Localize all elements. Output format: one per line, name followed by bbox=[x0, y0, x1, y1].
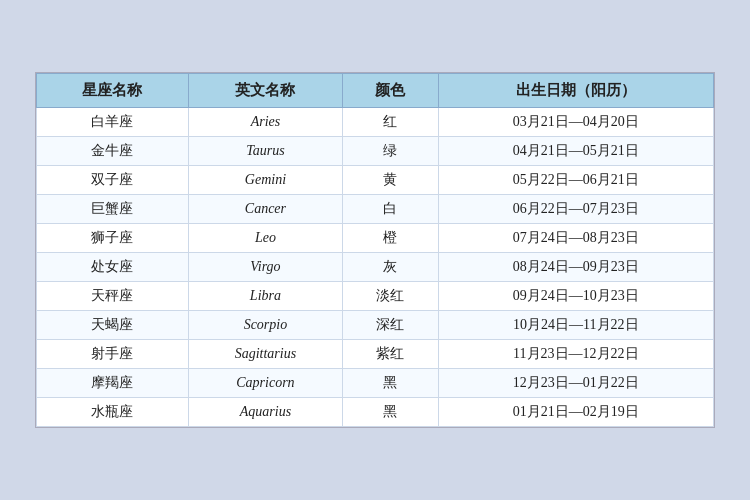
cell-chinese-name: 白羊座 bbox=[37, 108, 189, 137]
cell-date: 10月24日—11月22日 bbox=[438, 311, 713, 340]
cell-date: 06月22日—07月23日 bbox=[438, 195, 713, 224]
table-row: 白羊座Aries红03月21日—04月20日 bbox=[37, 108, 714, 137]
table-row: 狮子座Leo橙07月24日—08月23日 bbox=[37, 224, 714, 253]
cell-english-name: Gemini bbox=[188, 166, 342, 195]
cell-date: 04月21日—05月21日 bbox=[438, 137, 713, 166]
cell-color: 绿 bbox=[343, 137, 439, 166]
cell-color: 黑 bbox=[343, 398, 439, 427]
table-header-row: 星座名称 英文名称 颜色 出生日期（阳历） bbox=[37, 74, 714, 108]
cell-chinese-name: 巨蟹座 bbox=[37, 195, 189, 224]
cell-english-name: Sagittarius bbox=[188, 340, 342, 369]
cell-color: 白 bbox=[343, 195, 439, 224]
table-body: 白羊座Aries红03月21日—04月20日金牛座Taurus绿04月21日—0… bbox=[37, 108, 714, 427]
table-row: 射手座Sagittarius紫红11月23日—12月22日 bbox=[37, 340, 714, 369]
cell-chinese-name: 天秤座 bbox=[37, 282, 189, 311]
cell-english-name: Cancer bbox=[188, 195, 342, 224]
cell-english-name: Libra bbox=[188, 282, 342, 311]
cell-date: 11月23日—12月22日 bbox=[438, 340, 713, 369]
header-chinese-name: 星座名称 bbox=[37, 74, 189, 108]
table-row: 天秤座Libra淡红09月24日—10月23日 bbox=[37, 282, 714, 311]
cell-color: 淡红 bbox=[343, 282, 439, 311]
cell-chinese-name: 水瓶座 bbox=[37, 398, 189, 427]
cell-color: 灰 bbox=[343, 253, 439, 282]
cell-chinese-name: 处女座 bbox=[37, 253, 189, 282]
table-row: 水瓶座Aquarius黑01月21日—02月19日 bbox=[37, 398, 714, 427]
table-row: 巨蟹座Cancer白06月22日—07月23日 bbox=[37, 195, 714, 224]
cell-date: 07月24日—08月23日 bbox=[438, 224, 713, 253]
table-row: 天蝎座Scorpio深红10月24日—11月22日 bbox=[37, 311, 714, 340]
cell-english-name: Capricorn bbox=[188, 369, 342, 398]
cell-color: 黄 bbox=[343, 166, 439, 195]
cell-english-name: Aquarius bbox=[188, 398, 342, 427]
cell-date: 05月22日—06月21日 bbox=[438, 166, 713, 195]
cell-chinese-name: 射手座 bbox=[37, 340, 189, 369]
table-row: 摩羯座Capricorn黑12月23日—01月22日 bbox=[37, 369, 714, 398]
cell-english-name: Leo bbox=[188, 224, 342, 253]
cell-date: 01月21日—02月19日 bbox=[438, 398, 713, 427]
cell-english-name: Taurus bbox=[188, 137, 342, 166]
header-english-name: 英文名称 bbox=[188, 74, 342, 108]
cell-color: 红 bbox=[343, 108, 439, 137]
header-color: 颜色 bbox=[343, 74, 439, 108]
table-row: 双子座Gemini黄05月22日—06月21日 bbox=[37, 166, 714, 195]
cell-english-name: Aries bbox=[188, 108, 342, 137]
cell-date: 08月24日—09月23日 bbox=[438, 253, 713, 282]
cell-color: 深红 bbox=[343, 311, 439, 340]
table-row: 金牛座Taurus绿04月21日—05月21日 bbox=[37, 137, 714, 166]
cell-chinese-name: 天蝎座 bbox=[37, 311, 189, 340]
cell-color: 黑 bbox=[343, 369, 439, 398]
table-row: 处女座Virgo灰08月24日—09月23日 bbox=[37, 253, 714, 282]
zodiac-table-container: 星座名称 英文名称 颜色 出生日期（阳历） 白羊座Aries红03月21日—04… bbox=[35, 72, 715, 428]
cell-color: 紫红 bbox=[343, 340, 439, 369]
cell-english-name: Scorpio bbox=[188, 311, 342, 340]
cell-date: 03月21日—04月20日 bbox=[438, 108, 713, 137]
zodiac-table: 星座名称 英文名称 颜色 出生日期（阳历） 白羊座Aries红03月21日—04… bbox=[36, 73, 714, 427]
cell-chinese-name: 金牛座 bbox=[37, 137, 189, 166]
header-date: 出生日期（阳历） bbox=[438, 74, 713, 108]
cell-chinese-name: 狮子座 bbox=[37, 224, 189, 253]
cell-chinese-name: 双子座 bbox=[37, 166, 189, 195]
cell-date: 12月23日—01月22日 bbox=[438, 369, 713, 398]
cell-english-name: Virgo bbox=[188, 253, 342, 282]
cell-date: 09月24日—10月23日 bbox=[438, 282, 713, 311]
cell-color: 橙 bbox=[343, 224, 439, 253]
cell-chinese-name: 摩羯座 bbox=[37, 369, 189, 398]
